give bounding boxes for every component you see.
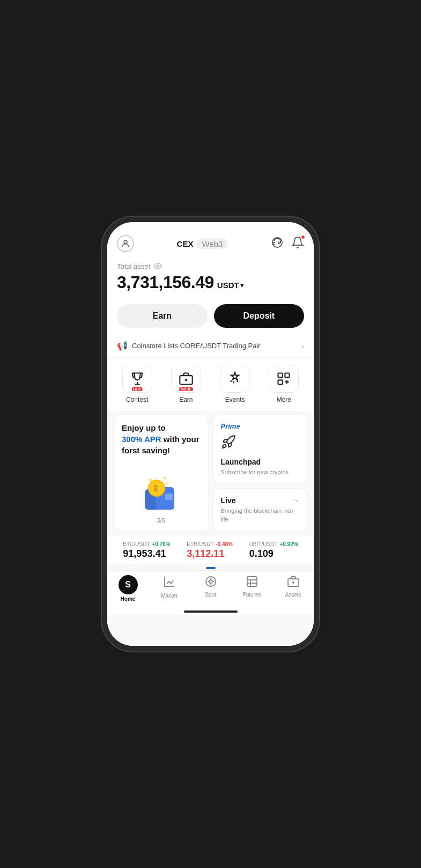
spot-icon <box>204 575 217 590</box>
svg-rect-6 <box>278 373 283 378</box>
more-icon-box <box>269 365 299 393</box>
nav-home[interactable]: S Home <box>113 575 143 602</box>
home-icon: S <box>119 575 138 594</box>
more-label: More <box>277 396 291 403</box>
nav-spot[interactable]: Spot <box>196 575 226 602</box>
spot-label: Spot <box>205 592 216 598</box>
live-subtitle: Bringing the blockchain into life <box>221 507 300 524</box>
rocket-icon <box>221 435 300 453</box>
ubit-pair: UBIT/USDT <box>249 541 278 547</box>
asset-section: Total asset 3,731,156.49 USDT ▾ <box>107 256 314 300</box>
nav-futures[interactable]: Futures <box>237 575 267 602</box>
btc-price: 91,953.41 <box>123 548 170 560</box>
earn-label: Earn <box>179 396 193 403</box>
apr-text: Enjoy up to 300% APR with your forst sav… <box>122 422 201 456</box>
eye-icon[interactable] <box>153 262 162 270</box>
quick-icon-earn[interactable]: HODL Earn <box>171 365 201 403</box>
svg-text:₿: ₿ <box>154 484 158 492</box>
events-icon-box <box>220 365 250 393</box>
banner-icon: 📢 <box>117 341 128 351</box>
hot-badge: HOT <box>131 387 143 391</box>
launchpad-subtitle: Subscribe for new cryptos <box>221 468 300 476</box>
svg-rect-8 <box>278 380 283 384</box>
notification-icon[interactable] <box>291 236 304 251</box>
assets-label: Assets <box>285 592 301 598</box>
earn-icon-box: HODL <box>171 365 201 393</box>
announcement-banner[interactable]: 📢 Coinstore Lists CORE/USDT Trading Pair… <box>107 335 314 356</box>
quick-icon-events[interactable]: Events <box>220 365 250 403</box>
home-label: Home <box>121 596 136 602</box>
tab-cex[interactable]: CEX <box>177 239 194 248</box>
launchpad-card[interactable]: Prime Launchpad Subscribe for new crypto… <box>213 414 308 484</box>
buttons-row: Earn Deposit <box>107 300 314 335</box>
eth-price: 3,112.11 <box>187 548 233 560</box>
contest-icon-box: HOT <box>122 365 152 393</box>
support-icon[interactable] <box>271 236 284 251</box>
notification-dot <box>301 235 305 239</box>
deposit-button[interactable]: Deposit <box>214 304 305 328</box>
home-bar <box>107 607 314 615</box>
card-image-area: ₿ 3/5 <box>122 474 201 524</box>
svg-point-0 <box>124 240 127 244</box>
ubit-change: +0.92% <box>279 541 298 547</box>
futures-icon <box>246 575 258 590</box>
card-counter: 3/5 <box>157 517 165 524</box>
total-asset-label: Total asset <box>117 262 304 270</box>
ticker-dots <box>107 564 314 570</box>
tab-web3[interactable]: Web3 <box>196 238 228 249</box>
ticker-bar: BTC/USDT +0.76% 91,953.41 ETH/USDT -0.48… <box>107 536 314 564</box>
nav-market[interactable]: Market <box>154 575 184 602</box>
asset-currency: USDT ▾ <box>217 281 243 290</box>
live-arrow: → <box>292 496 299 505</box>
hodl-badge: HODL <box>179 387 193 391</box>
btc-pair: BTC/USDT <box>123 541 150 547</box>
savings-card[interactable]: Enjoy up to 300% APR with your forst sav… <box>114 414 209 532</box>
live-card[interactable]: Live → Bringing the blockchain into life <box>213 488 308 532</box>
earn-button[interactable]: Earn <box>117 304 208 328</box>
home-indicator <box>184 610 238 613</box>
contest-label: Contest <box>126 396 148 403</box>
prime-label: Prime <box>221 422 300 430</box>
asset-amount: 3,731,156.49 <box>117 273 214 292</box>
svg-point-16 <box>209 580 212 583</box>
cards-section: Enjoy up to 300% APR with your forst sav… <box>107 414 314 532</box>
eth-pair: ETH/USDT <box>187 541 213 547</box>
svg-rect-11 <box>165 494 173 500</box>
ticker-btc[interactable]: BTC/USDT +0.76% 91,953.41 <box>123 541 170 560</box>
market-icon <box>163 575 176 591</box>
wallet-bitcoin-image: ₿ <box>139 474 182 514</box>
quick-icons-row: HOT Contest HODL Earn <box>107 359 314 411</box>
bottom-nav: S Home Market Spot <box>107 570 314 607</box>
svg-point-2 <box>157 265 159 267</box>
ubit-price: 0.109 <box>249 548 298 560</box>
futures-label: Futures <box>243 592 261 598</box>
live-title: Live <box>221 496 236 505</box>
header: CEX Web3 <box>107 230 314 256</box>
banner-arrow: › <box>301 342 304 350</box>
assets-icon <box>287 575 300 590</box>
banner-text: Coinstore Lists CORE/USDT Trading Pair <box>132 342 261 350</box>
events-label: Events <box>225 396 245 403</box>
btc-change: +0.76% <box>152 541 170 547</box>
svg-rect-17 <box>247 577 257 586</box>
svg-rect-7 <box>285 373 290 378</box>
eth-change: -0.48% <box>216 541 233 547</box>
profile-icon[interactable] <box>117 235 134 252</box>
ticker-eth[interactable]: ETH/USDT -0.48% 3,112.11 <box>187 541 233 560</box>
quick-icon-more[interactable]: More <box>269 365 299 403</box>
svg-point-15 <box>206 577 216 586</box>
market-label: Market <box>161 593 178 599</box>
nav-assets[interactable]: Assets <box>278 575 308 602</box>
quick-icon-contest[interactable]: HOT Contest <box>122 365 152 403</box>
ticker-ubit[interactable]: UBIT/USDT +0.92% 0.109 <box>249 541 298 560</box>
launchpad-title: Launchpad <box>221 458 300 466</box>
